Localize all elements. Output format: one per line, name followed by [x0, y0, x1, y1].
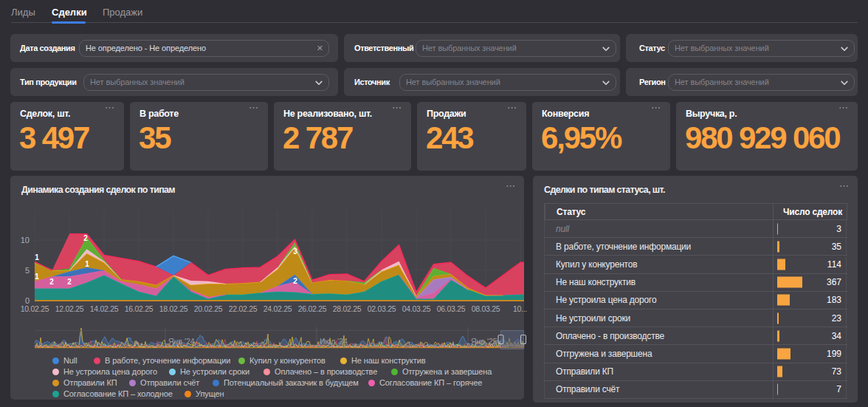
svg-text:2: 2 — [49, 278, 54, 286]
svg-text:2: 2 — [293, 277, 297, 285]
svg-text:Июл '24: Июл '24 — [320, 337, 348, 346]
svg-text:Янв '25: Янв '25 — [471, 337, 497, 346]
svg-text:1: 1 — [85, 260, 89, 268]
svg-text:2: 2 — [83, 234, 88, 242]
svg-text:1: 1 — [35, 253, 39, 261]
svg-text:2: 2 — [67, 278, 72, 286]
svg-text:Янв '24: Янв '24 — [168, 337, 195, 346]
svg-text:1: 1 — [35, 273, 39, 281]
svg-text:3: 3 — [293, 247, 297, 256]
